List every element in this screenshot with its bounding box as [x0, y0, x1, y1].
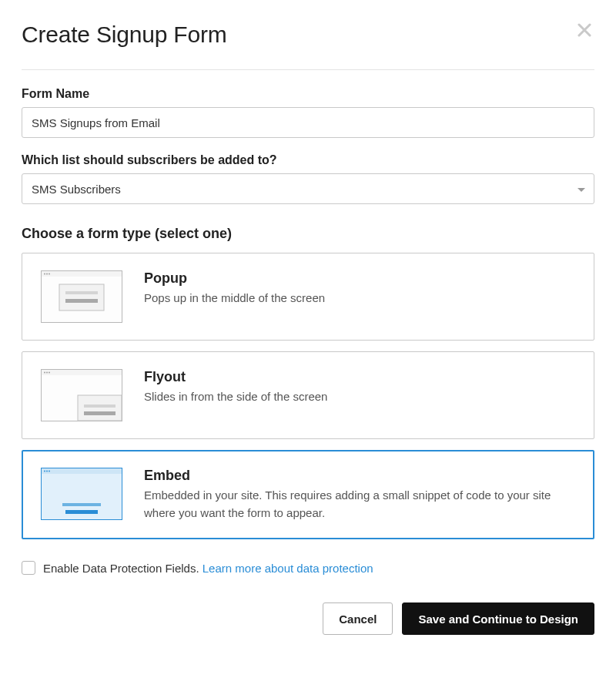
svg-rect-6: [65, 291, 98, 294]
svg-point-19: [46, 471, 48, 472]
list-select-value: SMS Subscribers: [32, 183, 121, 196]
form-type-desc: Slides in from the side of the screen: [144, 388, 575, 406]
form-type-heading: Choose a form type (select one): [22, 226, 594, 242]
data-protection-text: Enable Data Protection Fields.: [43, 562, 203, 575]
form-type-embed[interactable]: Embed Embedded in your site. This requir…: [22, 450, 594, 539]
svg-point-3: [46, 274, 48, 275]
form-type-popup[interactable]: Popup Pops up in the middle of the scree…: [22, 253, 594, 341]
svg-rect-5: [59, 284, 104, 310]
list-select[interactable]: SMS Subscribers: [22, 173, 594, 204]
data-protection-checkbox[interactable]: [22, 561, 35, 575]
form-type-title: Popup: [144, 270, 575, 287]
svg-rect-9: [42, 370, 122, 375]
svg-rect-13: [78, 395, 122, 421]
modal-title: Create Signup Form: [22, 22, 227, 48]
svg-point-20: [49, 471, 50, 472]
svg-point-4: [49, 274, 50, 275]
svg-rect-21: [62, 503, 101, 506]
cancel-button[interactable]: Cancel: [323, 602, 393, 635]
data-protection-label: Enable Data Protection Fields. Learn mor…: [43, 562, 373, 575]
embed-thumbnail-icon: [41, 468, 122, 520]
close-button[interactable]: [574, 22, 594, 39]
svg-rect-7: [65, 299, 98, 303]
svg-rect-15: [84, 411, 116, 415]
flyout-thumbnail-icon: [41, 369, 122, 421]
svg-point-12: [49, 372, 50, 374]
data-protection-link[interactable]: Learn more about data protection: [203, 562, 373, 575]
svg-rect-17: [42, 468, 122, 474]
svg-point-11: [46, 372, 48, 374]
form-type-title: Flyout: [144, 369, 575, 385]
svg-point-2: [44, 274, 45, 275]
list-select-label: Which list should subscribers be added t…: [22, 153, 594, 167]
close-icon: [578, 23, 591, 37]
popup-thumbnail-icon: [41, 270, 122, 323]
save-continue-button[interactable]: Save and Continue to Design: [402, 602, 594, 635]
svg-rect-1: [42, 271, 122, 277]
form-type-desc: Embedded in your site. This requires add…: [144, 487, 575, 522]
form-name-input[interactable]: [22, 107, 594, 138]
svg-rect-14: [84, 404, 116, 408]
form-type-desc: Pops up in the middle of the screen: [144, 290, 575, 307]
form-type-flyout[interactable]: Flyout Slides in from the side of the sc…: [22, 351, 594, 439]
form-name-label: Form Name: [22, 87, 594, 101]
form-type-title: Embed: [144, 468, 575, 484]
svg-point-10: [44, 372, 45, 374]
svg-rect-22: [65, 510, 98, 514]
svg-point-18: [44, 471, 45, 472]
